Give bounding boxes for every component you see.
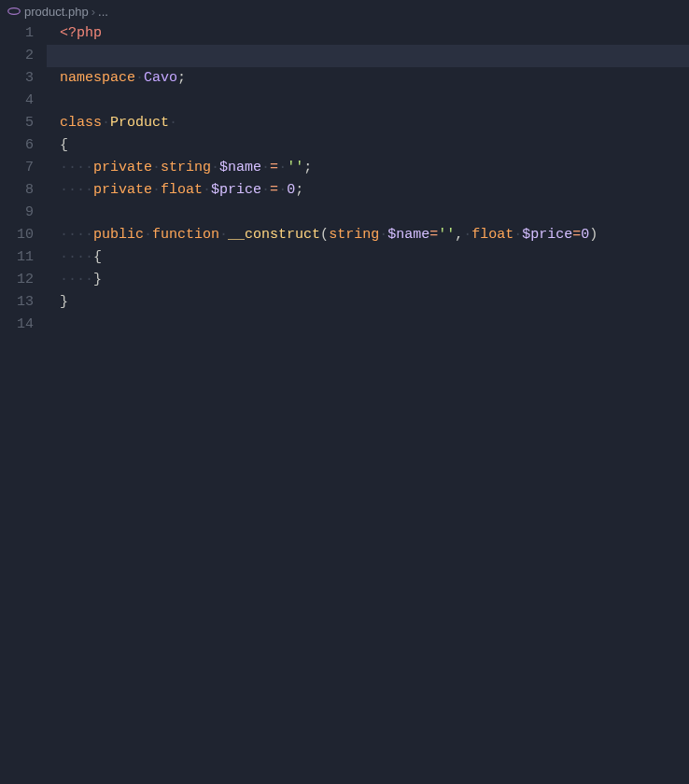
token: ''	[287, 160, 303, 175]
token: ·	[219, 227, 228, 243]
token: ·	[261, 160, 270, 175]
token: ·	[211, 160, 219, 175]
breadcrumb[interactable]: product.php › ...	[0, 0, 689, 22]
token: ·	[261, 182, 270, 198]
token: string	[161, 160, 211, 175]
token: ·	[463, 227, 471, 243]
token: float	[161, 182, 203, 198]
code-area[interactable]: <?phpnamespace·Cavo;class·Product·{····p…	[47, 22, 689, 784]
code-line[interactable]	[47, 90, 689, 112]
code-line[interactable]: ····private·float·$price·=·0;	[47, 179, 689, 202]
line-number: 7	[0, 157, 34, 179]
code-line[interactable]: ····{	[47, 246, 689, 269]
code-line[interactable]: ····private·string·$name·=·'';	[47, 157, 689, 179]
token: ·	[513, 227, 522, 243]
token: }	[93, 272, 102, 287]
token: ;	[303, 160, 312, 175]
code-line[interactable]: }	[47, 291, 689, 314]
token: function	[152, 227, 219, 243]
token: namespace	[60, 70, 135, 86]
line-number: 3	[0, 67, 34, 90]
token: 0	[287, 182, 295, 198]
token: =	[429, 227, 438, 243]
token: string	[329, 227, 379, 243]
line-number: 11	[0, 246, 34, 269]
code-line[interactable]: namespace·Cavo;	[47, 67, 689, 90]
token: $name	[387, 227, 429, 243]
token: $price	[522, 227, 572, 243]
code-line[interactable]: ····}	[47, 269, 689, 291]
token: ·	[102, 115, 110, 131]
token: ''	[438, 227, 455, 243]
token: {	[93, 249, 102, 265]
code-line[interactable]	[47, 45, 689, 67]
breadcrumb-tail[interactable]: ...	[98, 5, 108, 19]
token: ·	[169, 115, 177, 131]
svg-point-0	[8, 8, 21, 15]
editor[interactable]: 1234567891011121314 <?phpnamespace·Cavo;…	[0, 22, 689, 784]
token: ·	[152, 160, 161, 175]
token: ····	[60, 272, 93, 287]
token: ·	[278, 182, 287, 198]
token: $name	[219, 160, 261, 175]
token: $price	[211, 182, 261, 198]
token: ····	[60, 182, 93, 198]
line-number: 6	[0, 134, 34, 157]
code-line[interactable]	[47, 202, 689, 224]
token: )	[589, 227, 598, 243]
breadcrumb-sep: ›	[91, 5, 95, 19]
token: ····	[60, 160, 93, 175]
token: ····	[60, 249, 93, 265]
token: }	[60, 294, 68, 310]
code-line[interactable]: {	[47, 134, 689, 157]
token: ;	[177, 70, 186, 86]
line-number: 9	[0, 202, 34, 224]
line-number: 2	[0, 45, 34, 67]
token: ·	[144, 227, 152, 243]
line-number: 10	[0, 224, 34, 246]
gutter: 1234567891011121314	[0, 22, 47, 784]
php-file-icon	[7, 5, 21, 18]
token: <?php	[60, 25, 102, 41]
token: ·	[278, 160, 287, 175]
token: Product	[110, 115, 169, 131]
token: private	[93, 160, 152, 175]
token: class	[60, 115, 102, 131]
token: =	[270, 182, 278, 198]
line-number: 13	[0, 291, 34, 314]
token: public	[93, 227, 144, 243]
token: (	[320, 227, 329, 243]
token: =	[270, 160, 278, 175]
token: Cavo	[144, 70, 177, 86]
token: ·	[379, 227, 387, 243]
line-number: 12	[0, 269, 34, 291]
code-line[interactable]: ····public·function·__construct(string·$…	[47, 224, 689, 246]
line-number: 1	[0, 22, 34, 45]
token: ·	[152, 182, 161, 198]
token: =	[572, 227, 581, 243]
line-number: 4	[0, 90, 34, 112]
breadcrumb-filename[interactable]: product.php	[24, 5, 89, 19]
token: __construct	[228, 227, 320, 243]
token: private	[93, 182, 152, 198]
token: ····	[60, 227, 93, 243]
line-number: 14	[0, 314, 34, 336]
token: 0	[581, 227, 589, 243]
code-line[interactable]: class·Product·	[47, 112, 689, 134]
token: ,	[455, 227, 463, 243]
line-number: 5	[0, 112, 34, 134]
line-number: 8	[0, 179, 34, 202]
token: ·	[135, 70, 144, 86]
token: float	[471, 227, 513, 243]
code-line[interactable]	[47, 314, 689, 336]
token: ;	[295, 182, 303, 198]
token: {	[60, 137, 68, 153]
token: ·	[203, 182, 211, 198]
code-line[interactable]: <?php	[47, 22, 689, 45]
